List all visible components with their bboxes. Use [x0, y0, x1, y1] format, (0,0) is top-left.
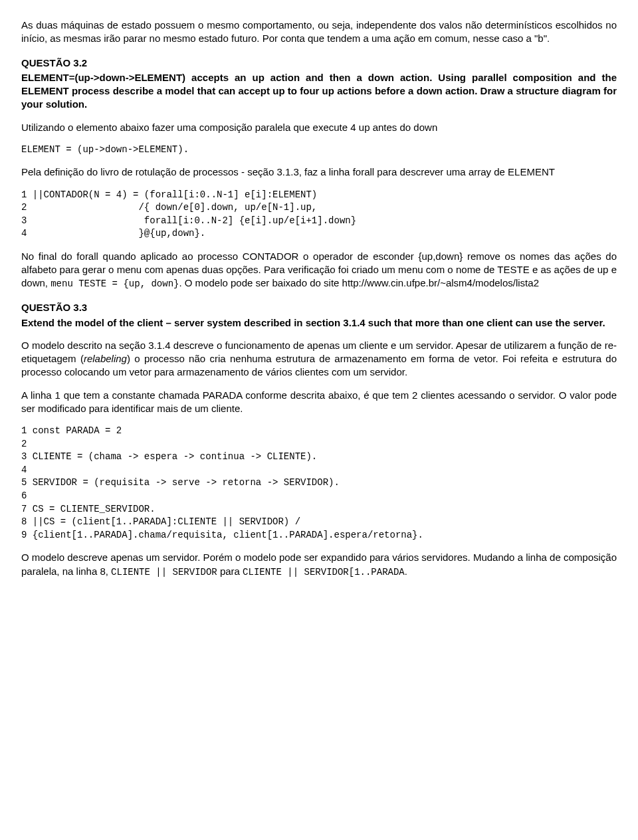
q33-heading: QUESTÃO 3.3 — [21, 301, 617, 314]
code-line: 8 ||CS = (client[1..PARADA]:CLIENTE || S… — [21, 516, 300, 527]
q33-paragraph-3: O modelo descreve apenas um servidor. Po… — [21, 551, 617, 578]
q33-paragraph-2: A linha 1 que tem a constante chamada PA… — [21, 389, 617, 416]
inline-code: menu TESTE = {up, down} — [51, 278, 179, 289]
inline-code: CLIENTE || SERVIDOR[1..PARADA — [243, 567, 405, 578]
code-line: 4 — [21, 465, 27, 475]
code-line: 1 ||CONTADOR(N = 4) = (forall[i:0..N-1] … — [21, 189, 317, 200]
intro-paragraph: As duas máquinas de estado possuem o mes… — [21, 19, 617, 46]
code-line: 3 forall[i:0..N-2] {e[i].up/e[i+1].down} — [21, 215, 356, 226]
code-line: 1 const PARADA = 2 — [21, 425, 122, 436]
q33-paragraph-1: O modelo descrito na seção 3.1.4 descrev… — [21, 339, 617, 379]
q32-paragraph-1: Utilizando o elemento abaixo fazer uma c… — [21, 121, 617, 134]
italic-term: relabeling — [84, 353, 127, 364]
code-line: 5 SERVIDOR = (requisita -> serve -> reto… — [21, 477, 340, 488]
q32-code-block-1: ELEMENT = (up->down->ELEMENT). — [21, 144, 617, 157]
text-fragment: . O modelo pode ser baixado do site http… — [179, 277, 539, 288]
inline-code: CLIENTE || SERVIDOR — [111, 567, 217, 578]
text-fragment: . — [405, 566, 407, 577]
q33-question: Extend the model of the client – server … — [21, 316, 617, 330]
code-line: 6 — [21, 490, 27, 501]
q32-question: ELEMENT=(up->down->ELEMENT) accepts an u… — [21, 71, 617, 112]
q32-paragraph-2: Pela definição do livro de rotulação de … — [21, 165, 617, 179]
q32-heading: QUESTÃO 3.2 — [21, 56, 617, 70]
code-line: 9 {client[1..PARADA].chama/requisita, cl… — [21, 530, 423, 540]
code-line: 2 /{ down/e[0].down, up/e[N-1].up, — [21, 202, 317, 213]
q32-paragraph-3: No final do forall quando aplicado ao pr… — [21, 250, 617, 290]
text-fragment: para — [217, 566, 243, 577]
code-line: 2 — [21, 439, 27, 449]
code-line: 4 }@{up,down}. — [21, 228, 205, 239]
code-line: 3 CLIENTE = (chama -> espera -> continua… — [21, 451, 317, 462]
q32-code-block-2: 1 ||CONTADOR(N = 4) = (forall[i:0..N-1] … — [21, 189, 617, 241]
code-line: 7 CS = CLIENTE_SERVIDOR. — [21, 504, 156, 514]
q33-code-block: 1 const PARADA = 2 2 3 CLIENTE = (chama … — [21, 425, 617, 542]
